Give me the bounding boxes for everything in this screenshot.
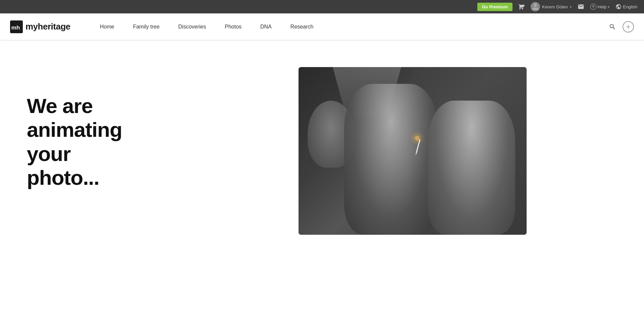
nav-links: Home Family tree Discoveries Photos DNA … xyxy=(91,13,606,40)
nav-right xyxy=(606,21,634,33)
avatar xyxy=(531,2,540,11)
search-button[interactable] xyxy=(606,21,619,33)
heading-line2: animating your xyxy=(27,118,122,165)
photo-container xyxy=(299,67,527,235)
nav-link-dna[interactable]: DNA xyxy=(251,13,281,40)
nav-link-home[interactable]: Home xyxy=(91,13,124,40)
help-chevron-icon: ▾ xyxy=(608,5,609,9)
language-label: English xyxy=(623,4,637,9)
photo-person-left xyxy=(344,84,438,235)
nav-link-photos[interactable]: Photos xyxy=(215,13,251,40)
user-name: Kerem Gülen xyxy=(542,4,568,9)
search-icon xyxy=(609,23,616,31)
help-icon: ? xyxy=(590,4,596,10)
go-premium-button[interactable]: Go Premium xyxy=(477,3,513,11)
globe-icon xyxy=(615,4,622,10)
text-section: We are animating your photo... xyxy=(27,67,161,189)
photo-person-right xyxy=(428,101,515,235)
heading-line1: We are xyxy=(27,94,93,117)
logo-icon: mh xyxy=(10,20,23,33)
svg-text:mh: mh xyxy=(11,24,20,31)
nav-link-family-tree[interactable]: Family tree xyxy=(123,13,169,40)
user-section[interactable]: Kerem Gülen ▾ xyxy=(531,2,572,11)
nav-bar: mh myheritage Home Family tree Discoveri… xyxy=(0,13,644,40)
help-section[interactable]: ? Help ▾ xyxy=(590,4,610,10)
photo-section xyxy=(161,67,644,235)
main-content: We are animating your photo... xyxy=(0,40,644,333)
mail-icon[interactable] xyxy=(578,3,584,10)
top-bar: Go Premium Kerem Gülen ▾ ? xyxy=(0,0,644,13)
logo-text: myheritage xyxy=(25,21,70,32)
main-heading: We are animating your photo... xyxy=(27,94,161,189)
language-section[interactable]: English xyxy=(615,4,637,10)
plus-icon xyxy=(625,23,632,30)
user-chevron-icon: ▾ xyxy=(570,5,572,9)
nav-link-discoveries[interactable]: Discoveries xyxy=(169,13,216,40)
cart-icon[interactable] xyxy=(518,3,525,10)
nav-link-research[interactable]: Research xyxy=(281,13,323,40)
add-button[interactable] xyxy=(623,21,634,33)
logo[interactable]: mh myheritage xyxy=(10,20,70,33)
photo-wand-glow xyxy=(415,136,420,141)
top-bar-icons: Kerem Gülen ▾ ? Help ▾ English xyxy=(518,2,637,11)
help-label: Help xyxy=(598,4,607,9)
heading-line3: photo... xyxy=(27,166,99,189)
